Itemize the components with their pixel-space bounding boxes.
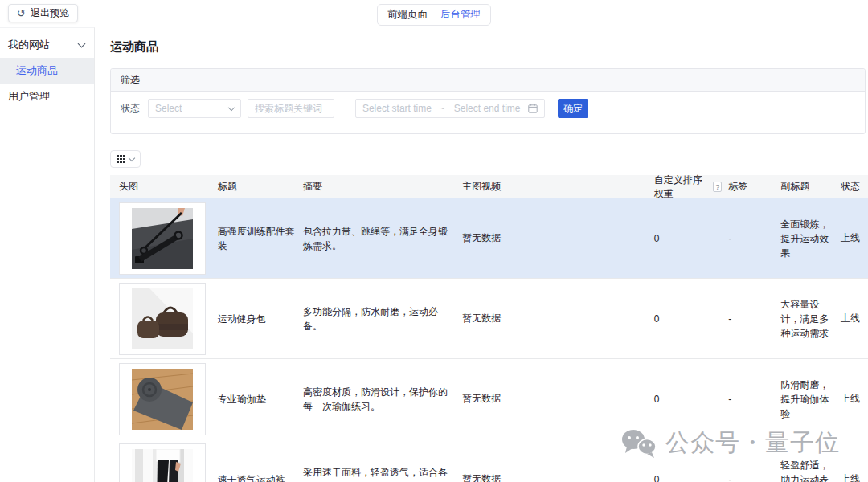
watermark-text: 公众号・量子位 [665,427,840,460]
col-header-summary: 摘要 [297,180,456,194]
product-tag: - [722,394,769,405]
product-summary: 采用速干面料，轻盈透气，适合各种运动场景。 [297,465,456,482]
date-range-separator: ~ [438,104,446,113]
wechat-icon [620,428,657,459]
chevron-down-icon [78,40,86,48]
product-summary: 包含拉力带、跳绳等，满足全身锻炼需求。 [297,224,456,253]
grid-icon [117,155,125,164]
col-header-tag: 标签 [722,180,769,194]
product-summary: 高密度材质，防滑设计，保护你的每一次瑜伽练习。 [297,385,456,414]
product-title: 专业瑜伽垫 [211,392,297,406]
product-subtitle: 防滑耐磨，提升瑜伽体验 [769,378,836,421]
help-icon[interactable]: ? [713,182,722,192]
product-weight: 0 [648,394,722,405]
col-header-video: 主图视频 [456,180,648,194]
table-row[interactable]: 运动健身包 多功能分隔，防水耐磨，运动必备。 暂无数据 0 - 大容量设计，满足… [110,279,868,359]
exit-preview-label: 退出预览 [31,6,69,20]
product-tag: - [722,233,769,244]
product-video: 暂无数据 [456,472,648,482]
undo-icon: ↺ [17,8,26,18]
product-status: 上线 [836,231,868,245]
weight-header-label: 自定义排序权重 [654,174,710,201]
table-header-row: 头图 标题 摘要 主图视频 自定义排序权重 ? 标签 副标题 状态 [110,175,868,198]
product-tag: - [722,313,769,325]
product-subtitle: 大容量设计，满足多种运动需求 [769,297,836,341]
sidebar-item-sport-products[interactable]: 运动商品 [0,58,94,84]
filter-panel: 筛选 状态 ~ [110,68,866,134]
keyword-search-input[interactable] [248,100,334,117]
product-status: 上线 [836,312,868,325]
product-video: 暂无数据 [456,312,648,325]
sidebar-item-my-site[interactable]: 我的网站 [0,32,94,58]
filter-panel-title: 筛选 [111,69,865,92]
col-header-status: 状态 [836,180,868,194]
sidebar: 我的网站 运动商品 用户管理 [0,27,95,482]
product-thumbnail[interactable] [119,202,206,275]
column-settings-button[interactable] [110,150,141,168]
product-tag: - [722,474,769,482]
app-window: ↺ 退出预览 前端页面 后台管理 我的网站 运动商品 用户管理 运动商品 筛选 … [0,0,868,482]
col-header-title: 标题 [211,180,297,194]
gym-bag-image [132,288,193,349]
product-subtitle: 全面锻炼，提升运动效果 [769,217,836,260]
keyword-search-field[interactable] [248,99,334,118]
main-content: 运动商品 筛选 状态 ~ [95,27,868,482]
yoga-mat-image [132,369,193,430]
chevron-down-icon [129,154,135,161]
table-row[interactable]: 高强度训练配件套装 包含拉力带、跳绳等，满足全身锻炼需求。 暂无数据 0 - 全… [110,198,868,279]
col-header-subtitle: 副标题 [769,180,836,194]
product-status: 上线 [836,472,868,482]
product-weight: 0 [648,313,722,325]
top-bar: ↺ 退出预览 前端页面 后台管理 [0,0,868,27]
sidebar-item-user-management[interactable]: 用户管理 [0,84,94,109]
page-title: 运动商品 [110,39,868,55]
product-title: 速干透气运动裤 [211,472,297,482]
product-title: 高强度训练配件套装 [211,224,297,253]
product-video: 暂无数据 [456,231,648,245]
col-header-image: 头图 [110,180,211,194]
start-time-input[interactable] [356,100,438,117]
product-thumbnail[interactable] [119,443,206,482]
calendar-icon [528,104,538,113]
chevron-down-icon [228,104,235,110]
status-select-input[interactable] [149,100,229,117]
watermark: 公众号・量子位 [620,427,840,460]
tab-frontend-page[interactable]: 前端页面 [387,8,428,22]
product-title: 运动健身包 [211,312,297,326]
sport-pants-image [132,449,193,482]
filter-controls: 状态 ~ [111,92,865,133]
end-time-input[interactable] [446,100,528,117]
status-filter-label: 状态 [121,102,140,116]
confirm-button[interactable]: 确定 [558,99,588,118]
status-select[interactable] [148,99,241,118]
product-weight: 0 [648,233,722,244]
product-summary: 多功能分隔，防水耐磨，运动必备。 [297,304,456,333]
exit-preview-button[interactable]: ↺ 退出预览 [8,4,78,22]
product-video: 暂无数据 [456,392,648,406]
product-weight: 0 [648,474,722,482]
product-status: 上线 [836,392,868,406]
date-range-picker[interactable]: ~ [355,99,545,118]
training-straps-image [132,208,193,269]
product-thumbnail[interactable] [119,283,206,355]
product-thumbnail[interactable] [119,363,206,435]
col-header-weight: 自定义排序权重 ? [648,174,722,201]
product-subtitle: 轻盈舒适，助力运动表现 [769,458,836,482]
tab-backend-admin[interactable]: 后台管理 [440,8,481,22]
view-switcher: 前端页面 后台管理 [377,4,491,26]
my-site-label: 我的网站 [8,38,50,52]
